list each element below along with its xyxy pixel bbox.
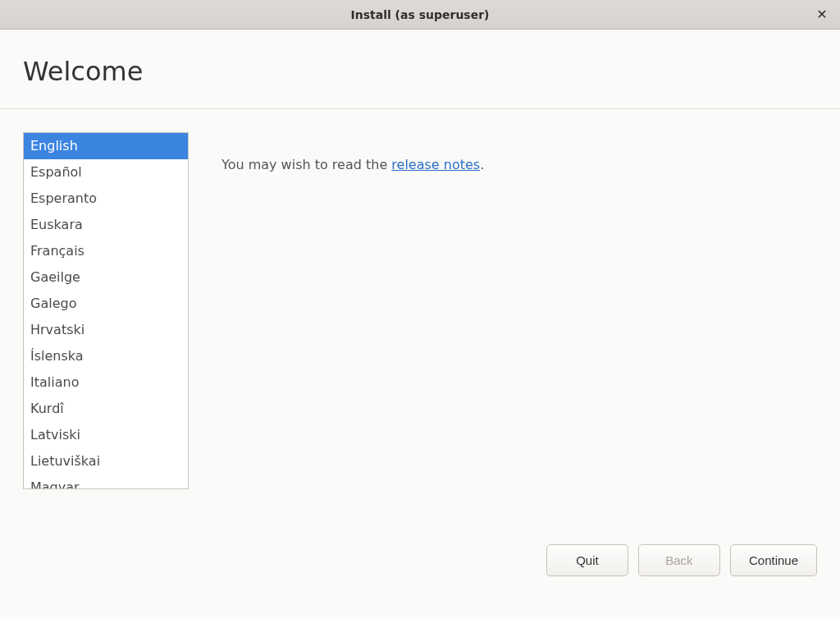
language-item[interactable]: Euskara xyxy=(24,212,188,238)
language-item[interactable]: English xyxy=(24,133,188,159)
main-area: EnglishEspañolEsperantoEuskaraFrançaisGa… xyxy=(23,132,817,525)
language-item[interactable]: Latviski xyxy=(24,422,188,448)
language-item[interactable]: Italiano xyxy=(24,369,188,396)
language-item[interactable]: Hrvatski xyxy=(24,317,188,343)
close-icon[interactable]: ✕ xyxy=(814,7,830,23)
language-item[interactable]: Español xyxy=(24,159,188,186)
info-suffix: . xyxy=(480,157,484,172)
page-title: Welcome xyxy=(23,56,817,87)
info-text: You may wish to read the release notes. xyxy=(221,132,484,525)
language-item[interactable]: Galego xyxy=(24,291,188,317)
language-item[interactable]: Kurdî xyxy=(24,396,188,422)
footer-buttons: Quit Back Continue xyxy=(23,525,817,619)
content-area: Welcome EnglishEspañolEsperantoEuskaraFr… xyxy=(0,30,840,619)
language-item[interactable]: Magyar xyxy=(24,475,188,489)
continue-button[interactable]: Continue xyxy=(730,544,817,576)
titlebar: Install (as superuser) ✕ xyxy=(0,0,840,30)
release-notes-link[interactable]: release notes xyxy=(391,157,480,172)
info-prefix: You may wish to read the xyxy=(221,157,391,172)
language-item[interactable]: Lietuviškai xyxy=(24,448,188,475)
divider xyxy=(0,108,840,109)
language-item[interactable]: Íslenska xyxy=(24,343,188,369)
language-item[interactable]: Esperanto xyxy=(24,186,188,212)
language-item[interactable]: Français xyxy=(24,238,188,264)
language-item[interactable]: Gaeilge xyxy=(24,264,188,291)
quit-button[interactable]: Quit xyxy=(546,544,628,576)
language-list[interactable]: EnglishEspañolEsperantoEuskaraFrançaisGa… xyxy=(23,132,189,489)
back-button[interactable]: Back xyxy=(638,544,720,576)
window-title: Install (as superuser) xyxy=(351,8,490,21)
